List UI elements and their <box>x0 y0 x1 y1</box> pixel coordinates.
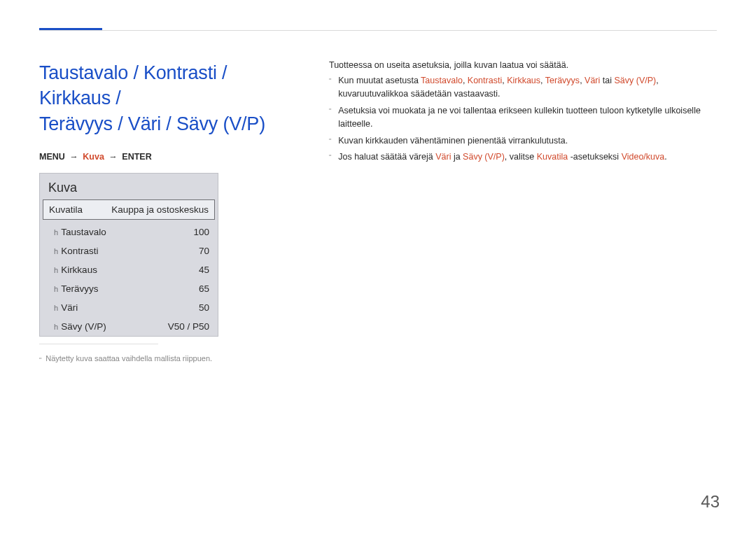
osd-row-savy[interactable]: hSävy (V/P) V50 / P50 <box>40 317 218 336</box>
header-rule <box>39 30 717 31</box>
slider-icon: h <box>54 285 58 293</box>
bullet-text: Asetuksia voi muokata ja ne voi tallenta… <box>338 104 717 132</box>
osd-row-vari[interactable]: hVäri 50 <box>40 298 218 317</box>
page-title: Taustavalo / Kontrasti / Kirkkaus / Terä… <box>39 60 298 136</box>
arrow-icon: → <box>108 152 118 162</box>
osd-row-kirkkaus[interactable]: hKirkkaus 45 <box>40 260 218 279</box>
osd-row-label: Väri <box>61 302 78 313</box>
osd-row-value: 65 <box>199 283 209 294</box>
osd-row-label: Kontrasti <box>61 246 98 256</box>
footnote-left: " Näytetty kuva saattaa vaihdella mallis… <box>39 354 298 365</box>
intro-text: Tuotteessa on useita asetuksia, joilla k… <box>329 60 717 70</box>
osd-row-label: Kirkkaus <box>61 265 97 275</box>
footnote-mark-icon: " <box>39 354 41 365</box>
bullet-text: Kun muutat asetusta Taustavalo, Kontrast… <box>338 74 717 101</box>
title-line-1: Taustavalo / Kontrasti / Kirkkaus / <box>39 62 227 108</box>
slider-icon: h <box>54 266 58 274</box>
osd-panel-title: Kuva <box>40 174 218 199</box>
osd-panel: Kuva Kuvatila Kauppa ja ostoskeskus hTau… <box>39 173 218 337</box>
bullet-item: " Asetuksia voi muokata ja ne voi tallen… <box>329 104 717 132</box>
arrow-icon: → <box>69 152 78 162</box>
bullet-item: " Kuvan kirkkauden vähentäminen pienentä… <box>329 134 717 148</box>
bullet-list: " Kun muutat asetusta Taustavalo, Kontra… <box>329 74 717 164</box>
osd-row-taustavalo[interactable]: hTaustavalo 100 <box>40 223 218 241</box>
bullet-item: " Jos haluat säätää värejä Väri ja Sävy … <box>329 150 717 164</box>
bullet-mark-icon: " <box>329 74 331 101</box>
osd-row-kuvatila[interactable]: Kuvatila Kauppa ja ostoskeskus <box>43 199 215 220</box>
osd-row-value: 100 <box>193 227 209 237</box>
bullet-text: Kuvan kirkkauden vähentäminen pienentää … <box>338 134 717 148</box>
osd-row-value: 45 <box>199 265 209 275</box>
osd-row-label: Sävy (V/P) <box>61 321 106 332</box>
page-number: 43 <box>701 492 720 512</box>
osd-row-value: 70 <box>199 246 209 256</box>
footnote-text: Näytetty kuva saattaa vaihdella mallista… <box>46 354 212 365</box>
osd-row-label: Taustavalo <box>61 227 106 237</box>
osd-row-kontrasti[interactable]: hKontrasti 70 <box>40 241 218 260</box>
breadcrumb: MENU → Kuva → ENTER <box>39 152 298 162</box>
title-line-2: Terävyys / Väri / Sävy (V/P) <box>39 113 265 134</box>
right-column: Tuotteessa on useita asetuksia, joilla k… <box>329 60 717 365</box>
osd-row-label: Terävyys <box>61 283 98 294</box>
bullet-item: " Kun muutat asetusta Taustavalo, Kontra… <box>329 74 717 101</box>
osd-row-label: Kuvatila <box>49 204 83 215</box>
content-area: Taustavalo / Kontrasti / Kirkkaus / Terä… <box>39 60 717 365</box>
footnote-rule <box>39 344 158 344</box>
breadcrumb-kuva: Kuva <box>83 152 104 162</box>
slider-icon: h <box>54 323 58 331</box>
osd-row-value: 50 <box>199 302 209 313</box>
breadcrumb-menu: MENU <box>39 152 65 162</box>
bullet-text: Jos haluat säätää värejä Väri ja Sävy (V… <box>338 150 717 164</box>
bullet-mark-icon: " <box>329 104 331 132</box>
bullet-mark-icon: " <box>329 150 331 164</box>
slider-icon: h <box>54 228 58 237</box>
left-column: Taustavalo / Kontrasti / Kirkkaus / Terä… <box>39 60 298 365</box>
slider-icon: h <box>54 304 58 312</box>
osd-row-teravyys[interactable]: hTerävyys 65 <box>40 279 218 298</box>
osd-row-value: Kauppa ja ostoskeskus <box>111 204 209 215</box>
osd-row-value: V50 / P50 <box>168 321 209 332</box>
breadcrumb-enter: ENTER <box>122 152 151 162</box>
slider-icon: h <box>54 247 58 255</box>
bullet-mark-icon: " <box>329 134 331 148</box>
